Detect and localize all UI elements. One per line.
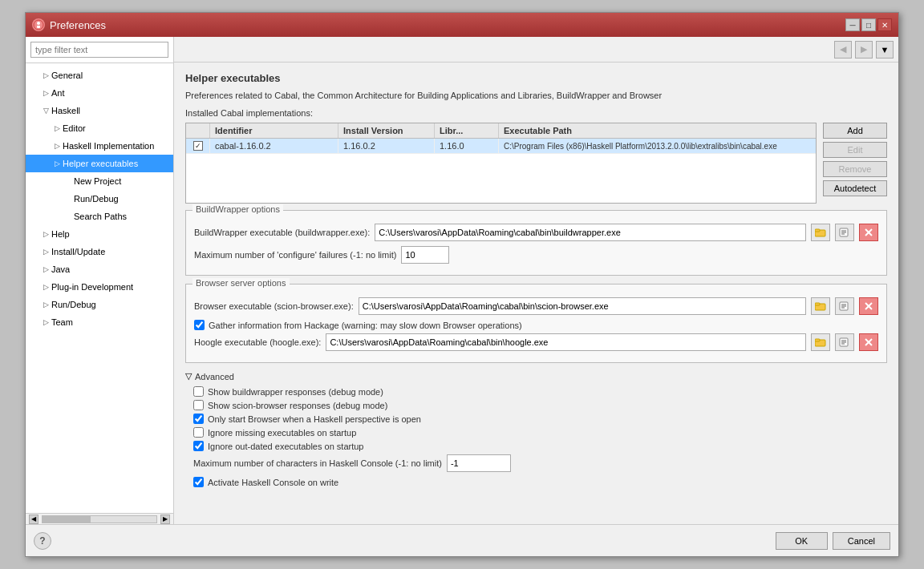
forward-button[interactable]: ▶ (855, 41, 873, 59)
expand-icon: ▷ (51, 158, 63, 169)
expand-icon: ▷ (40, 87, 51, 99)
row-identifier: cabal-1.16.0.2 (210, 139, 338, 153)
activate-console-label: Activate Haskell Console on write (208, 478, 338, 487)
horizontal-scrollbar[interactable] (42, 515, 157, 523)
sidebar-item-editor[interactable]: ▷ Editor (26, 119, 173, 137)
clear-btn[interactable] (859, 224, 878, 241)
ignore-missing-checkbox[interactable] (193, 427, 204, 438)
sidebar-item-install-update[interactable]: ▷ Install/Update (26, 243, 173, 260)
content-area: ▷ General ▷ Ant ▽ Haskell (26, 37, 898, 524)
browser-exec-row: Browser executable (scion-browser.exe): (194, 297, 878, 315)
activate-console-checkbox[interactable] (193, 477, 204, 487)
autodetect-button[interactable]: Autodetect (823, 180, 887, 196)
back-button[interactable]: ◀ (834, 41, 852, 59)
scroll-left-btn[interactable]: ◀ (29, 515, 38, 524)
advanced-toggle-icon[interactable]: ▽ (185, 371, 192, 381)
max-chars-input[interactable] (447, 454, 511, 472)
sidebar-item-plugin-development[interactable]: ▷ Plug-in Development (26, 278, 173, 296)
show-bw-label: Show buildwrapper responses (debug mode) (208, 387, 383, 397)
advanced-content: Show buildwrapper responses (debug mode)… (185, 386, 887, 487)
table-body: cabal-1.16.0.2 1.16.0.2 1.16.0 C:\Progra… (186, 139, 816, 203)
hoogle-exec-row: Hoogle executable (hoogle.exe): (194, 333, 878, 351)
browse-folder-btn[interactable] (811, 224, 830, 241)
ignore-missing-row: Ignore missing executables on startup (193, 427, 887, 438)
help-button[interactable]: ? (34, 532, 51, 550)
activate-console-row: Activate Haskell Console on write (193, 477, 887, 487)
cabal-table-wrapper: Identifier Install Version Libr... Execu… (185, 123, 817, 210)
minimize-button[interactable]: ─ (845, 18, 860, 31)
browser-exec-label: Browser executable (scion-browser.exe): (194, 301, 354, 311)
table-header: Identifier Install Version Libr... Execu… (186, 123, 816, 139)
show-scion-checkbox[interactable] (193, 400, 204, 410)
buildwrapper-exec-label: BuildWrapper executable (buildwrapper.ex… (194, 228, 370, 237)
sidebar-item-general[interactable]: ▷ General (26, 67, 173, 84)
hoogle-exec-input[interactable] (326, 333, 806, 351)
only-browser-checkbox[interactable] (193, 414, 204, 424)
sidebar-item-run-debug2[interactable]: ▷ Run/Debug (26, 296, 173, 313)
browser-exec-input[interactable] (359, 297, 806, 315)
scroll-right-btn[interactable]: ▶ (160, 515, 170, 524)
dropdown-button[interactable]: ▼ (876, 41, 894, 59)
sidebar-item-haskell[interactable]: ▽ Haskell (26, 102, 173, 119)
expand-icon: ▽ (40, 105, 51, 116)
add-button[interactable]: Add (823, 123, 887, 139)
edit-button[interactable]: Edit (823, 142, 887, 158)
restore-button[interactable]: □ (861, 18, 876, 31)
max-chars-row: Maximum number of characters in Haskell … (193, 454, 887, 472)
advanced-section: ▽ Advanced Show buildwrapper responses (… (185, 371, 887, 487)
sidebar-item-haskell-implementation[interactable]: ▷ Haskell Implementation (26, 137, 173, 155)
hoogle-browse-file-btn[interactable] (835, 333, 854, 351)
col-identifier: Identifier (210, 123, 338, 138)
remove-button[interactable]: Remove (823, 161, 887, 177)
cabal-table: Identifier Install Version Libr... Execu… (185, 123, 817, 204)
col-exec-path: Executable Path (499, 123, 816, 138)
row-checkbox-cell[interactable] (186, 139, 210, 153)
sidebar-item-ant[interactable]: ▷ Ant (26, 84, 173, 102)
browser-server-group: Browser server options Browser executabl… (185, 284, 887, 363)
svg-rect-2 (37, 26, 40, 28)
sidebar-scrollbar-area: ◀ ▶ (26, 513, 173, 524)
expand-icon: ▷ (51, 123, 63, 134)
sidebar-item-java[interactable]: ▷ Java (26, 260, 173, 278)
row-checkbox[interactable] (193, 141, 203, 151)
advanced-label[interactable]: Advanced (195, 372, 234, 381)
sidebar-item-search-paths[interactable]: Search Paths (26, 208, 173, 225)
hoogle-clear-btn[interactable] (859, 333, 878, 351)
ok-button[interactable]: OK (776, 532, 828, 550)
ignore-outdated-row: Ignore out-dated executables on startup (193, 441, 887, 451)
sidebar-item-team[interactable]: ▷ Team (26, 313, 173, 331)
title-bar: Preferences ─ □ ✕ (26, 13, 898, 37)
show-scion-label: Show scion-browser responses (debug mode… (208, 401, 387, 410)
browser-browse-folder-btn[interactable] (811, 297, 830, 315)
panel-toolbar: ◀ ▶ ▼ (174, 37, 898, 63)
sidebar-item-helper-executables[interactable]: ▷ Helper executables (26, 155, 173, 172)
sidebar-item-run-debug[interactable]: Run/Debug (26, 190, 173, 208)
main-panel: ◀ ▶ ▼ Helper executables Preferences rel… (174, 37, 898, 524)
gather-hackage-checkbox[interactable] (194, 320, 205, 330)
sidebar-item-help[interactable]: ▷ Help (26, 225, 173, 243)
buildwrapper-exec-input[interactable] (375, 224, 806, 241)
browse-file-btn[interactable] (835, 224, 854, 241)
filter-input[interactable] (30, 42, 168, 58)
browser-browse-file-btn[interactable] (835, 297, 854, 315)
title-bar-controls: ─ □ ✕ (845, 18, 892, 31)
advanced-header: ▽ Advanced (185, 371, 887, 381)
close-button[interactable]: ✕ (877, 18, 892, 31)
row-install-version: 1.16.0.2 (338, 139, 435, 153)
ignore-outdated-checkbox[interactable] (193, 441, 204, 451)
sidebar-filter-area (26, 37, 173, 63)
description-text: Preferences related to Cabal, the Common… (185, 91, 887, 100)
sidebar-item-new-project[interactable]: New Project (26, 172, 173, 190)
hoogle-browse-folder-btn[interactable] (811, 333, 830, 351)
table-row[interactable]: cabal-1.16.0.2 1.16.0.2 1.16.0 C:\Progra… (186, 139, 816, 154)
expand-icon: ▷ (40, 246, 51, 257)
expand-icon: ▷ (40, 281, 51, 293)
page-title: Helper executables (185, 72, 887, 84)
show-bw-checkbox[interactable] (193, 386, 204, 397)
cancel-button[interactable]: Cancel (833, 532, 890, 550)
show-scion-row: Show scion-browser responses (debug mode… (193, 400, 887, 410)
bottom-bar: ? OK Cancel (26, 524, 898, 556)
max-failures-input[interactable] (401, 246, 449, 264)
expand-icon: ▷ (40, 228, 51, 240)
browser-clear-btn[interactable] (859, 297, 878, 315)
